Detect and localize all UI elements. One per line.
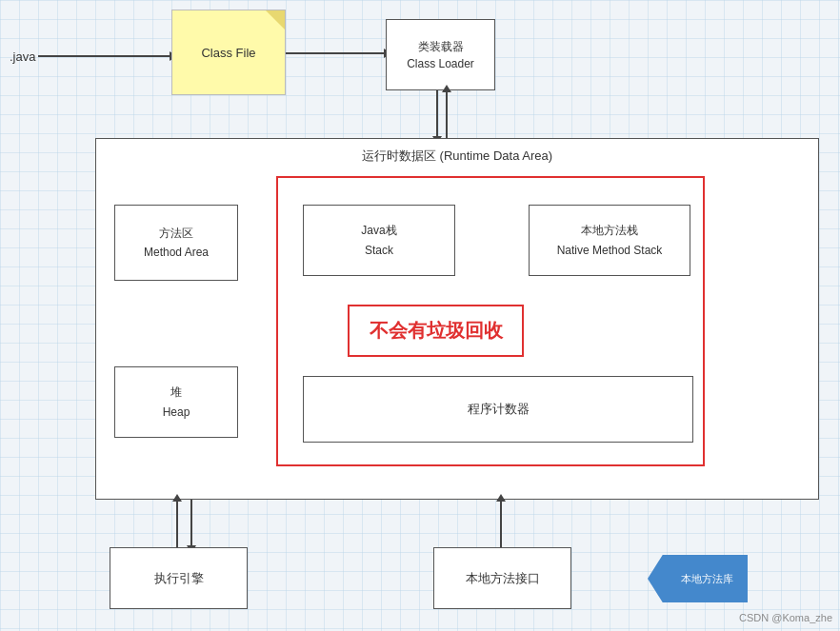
class-file-box: Class File [171,10,286,95]
watermark: CSDN @Koma_zhe [739,612,832,623]
arrow-rt-down [190,500,192,547]
program-counter-box: 程序计数器 [303,376,693,443]
heap-cn: 堆 [170,383,182,402]
native-method-interface-box: 本地方法接口 [433,547,571,609]
arrow-cl-to-rt-2 [446,90,448,138]
pc-label: 程序计数器 [468,401,530,418]
no-gc-label: 不会有垃圾回收 [370,318,503,344]
arrow-classfile-to-classloader [286,52,386,54]
method-area-cn: 方法区 [159,224,193,243]
method-area-en: Method Area [144,243,209,262]
java-label: .java [10,49,35,64]
no-gc-box: 不会有垃圾回收 [348,305,524,357]
java-stack-en: Stack [365,241,393,260]
arrow-exec-up [176,500,178,547]
diagram-container: .java Class File 类装载器 Class Loader 运行时数据… [0,0,840,631]
native-method-stack-box: 本地方法栈 Native Method Stack [529,205,690,276]
native-stack-cn: 本地方法栈 [581,221,638,240]
arrow-java-to-classfile [38,55,171,57]
arrow-ni-up [500,500,502,547]
arrow-cl-to-rt-1 [436,90,438,138]
execution-engine-box: 执行引擎 [110,547,248,609]
java-stack-box: Java栈 Stack [303,205,455,276]
native-stack-en: Native Method Stack [557,241,663,260]
heap-box: 堆 Heap [114,366,238,438]
runtime-area-title: 运行时数据区 (Runtime Data Area) [95,148,819,165]
class-loader-box: 类装载器 Class Loader [386,19,495,90]
class-loader-label-cn: 类装载器 [418,38,464,55]
native-lib-label: 本地方法库 [681,572,733,586]
method-area-box: 方法区 Method Area [114,205,238,281]
native-interface-label: 本地方法接口 [466,570,540,587]
native-method-lib-box: 本地方法库 [648,555,748,602]
class-loader-label-en: Class Loader [407,55,474,72]
class-file-label: Class File [201,46,255,60]
java-stack-cn: Java栈 [361,221,396,240]
heap-en: Heap [163,403,190,422]
exec-engine-label: 执行引擎 [154,570,204,587]
